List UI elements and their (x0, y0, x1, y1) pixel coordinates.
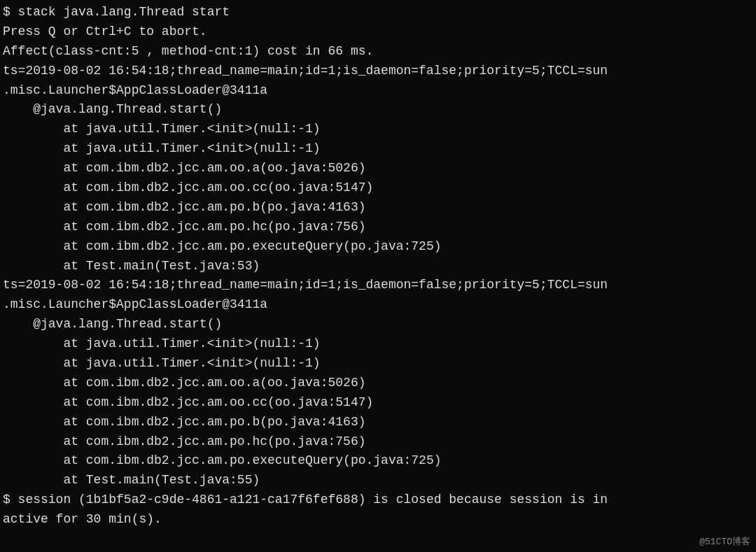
terminal-line: at com.ibm.db2.jcc.am.oo.cc(oo.java:5147… (3, 393, 756, 413)
terminal-line: at Test.main(Test.java:55) (3, 471, 756, 490)
terminal-line: Affect(class-cnt:5 , method-cnt:1) cost … (3, 42, 756, 62)
terminal-line: .misc.Launcher$AppClassLoader@3411a (3, 295, 756, 315)
terminal-line: at com.ibm.db2.jcc.am.oo.cc(oo.java:5147… (3, 178, 756, 198)
terminal-output: $ stack java.lang.Thread startPress Q or… (3, 3, 756, 530)
terminal-line: at com.ibm.db2.jcc.am.po.hc(po.java:756) (3, 432, 756, 452)
terminal-line: at com.ibm.db2.jcc.am.po.b(po.java:4163) (3, 198, 756, 218)
terminal-line: at com.ibm.db2.jcc.am.oo.a(oo.java:5026) (3, 374, 756, 393)
terminal-line: at java.util.Timer.<init>(null:-1) (3, 120, 756, 139)
terminal-line: at com.ibm.db2.jcc.am.po.hc(po.java:756) (3, 218, 756, 237)
terminal-line: ts=2019-08-02 16:54:18;thread_name=main;… (3, 62, 756, 81)
terminal-line: at Test.main(Test.java:53) (3, 257, 756, 276)
terminal-line: active for 30 min(s). (3, 510, 756, 530)
terminal-line: @java.lang.Thread.start() (3, 100, 756, 120)
terminal-line: at com.ibm.db2.jcc.am.po.b(po.java:4163) (3, 413, 756, 432)
terminal-line: $ session (1b1bf5a2-c9de-4861-a121-ca17f… (3, 490, 756, 510)
terminal-line: at com.ibm.db2.jcc.am.oo.a(oo.java:5026) (3, 159, 756, 178)
terminal-line: Press Q or Ctrl+C to abort. (3, 22, 756, 42)
watermark: @51CTO博客 (699, 535, 750, 548)
terminal-line: at com.ibm.db2.jcc.am.po.executeQuery(po… (3, 451, 756, 471)
terminal-line: $ stack java.lang.Thread start (3, 3, 756, 22)
terminal-line: at com.ibm.db2.jcc.am.po.executeQuery(po… (3, 237, 756, 257)
terminal-line: at java.util.Timer.<init>(null:-1) (3, 139, 756, 159)
terminal-line: ts=2019-08-02 16:54:18;thread_name=main;… (3, 276, 756, 295)
terminal-line: .misc.Launcher$AppClassLoader@3411a (3, 81, 756, 101)
terminal-line: @java.lang.Thread.start() (3, 315, 756, 334)
terminal-line: at java.util.Timer.<init>(null:-1) (3, 334, 756, 354)
terminal-window: $ stack java.lang.Thread startPress Q or… (0, 0, 756, 552)
terminal-line: at java.util.Timer.<init>(null:-1) (3, 354, 756, 374)
